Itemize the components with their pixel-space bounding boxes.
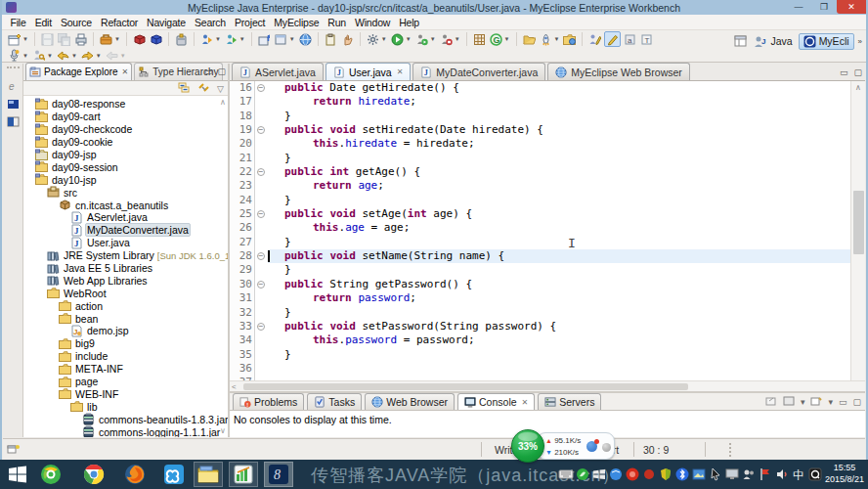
console-tab[interactable]: !Problems [233,393,304,410]
arrowgr-icon[interactable]: ▼ [105,48,127,64]
dropdown-icon[interactable]: ▾ [828,397,833,407]
scroll-up-icon[interactable]: ∧ [220,98,226,107]
minimize-view-icon[interactable]: ▭ [204,67,213,76]
flag-icon[interactable] [757,467,773,482]
fold-marker-icon[interactable]: − [255,81,268,95]
red-circle-icon[interactable] [624,467,640,482]
link-editor-icon[interactable] [197,82,210,95]
scrollbar-thumb[interactable] [243,383,688,390]
cube-red-icon[interactable] [132,31,147,47]
code-line[interactable]: 25−public void setAge(int age) { [230,207,865,221]
shield-icon[interactable] [657,467,673,482]
tree-item[interactable]: commons-logging-1.1.1.jar [23,425,228,437]
runperson2-icon[interactable]: ▼ [224,31,246,47]
360-safe-icon[interactable] [39,463,63,486]
tree-item[interactable]: Jdemo.jsp [23,325,228,337]
code-line[interactable]: 23return age; [230,179,865,193]
menu-edit[interactable]: Edit [30,16,56,29]
cube-blue-icon[interactable] [149,31,163,47]
minimize-button[interactable]: — [786,0,811,14]
menu-search[interactable]: Search [190,16,230,29]
scrollbar-thumb[interactable] [853,191,864,254]
scroll-left-icon[interactable]: < [232,382,237,391]
tree-item[interactable]: commons-beanutils-1.8.3.jar [23,413,228,425]
fold-marker-icon[interactable]: − [255,207,268,221]
code-line[interactable]: 26this.age = age; [230,221,865,235]
tree-item[interactable]: JMyDateConverter.java [23,224,228,237]
editor-vscrollbar[interactable]: ∧ [850,81,865,380]
menu-run[interactable]: Run [324,16,351,29]
editor-tab[interactable]: JAServlet.java [232,63,324,80]
tree-item[interactable]: Web App Libraries [23,274,228,287]
dropdown-icon[interactable]: ▾ [801,397,805,407]
myeclipse-taskbar-button[interactable]: 8 [264,462,293,487]
arrowyl-icon[interactable]: ▼ [56,48,78,64]
console-tab[interactable]: Servers [538,393,601,410]
archive-icon[interactable] [174,31,189,47]
code-line[interactable]: 18} [230,110,865,123]
start-button[interactable] [6,463,29,486]
code-line[interactable]: 32} [230,306,865,320]
tree-item[interactable]: day09-cookie [23,136,228,149]
save-icon[interactable] [40,31,55,47]
editor-hscrollbar[interactable]: < [230,380,865,391]
clip-icon[interactable] [324,31,338,47]
maximize-view-icon[interactable]: ▢ [217,67,226,76]
runuser-icon[interactable]: ▼ [414,31,437,47]
code-line[interactable]: 19−public void setHiredate(Date hiredate… [230,123,865,137]
close-tab-icon[interactable]: ✕ [522,398,529,407]
runperson-icon[interactable]: ▼ [199,31,222,47]
new-icon[interactable]: ▼ [7,31,29,47]
wizard-icon[interactable]: ▼ [99,31,121,47]
perspective-more[interactable]: » [858,37,862,46]
chrome-icon[interactable] [82,463,106,486]
code-line[interactable]: 34this.password = password; [230,333,865,347]
code-line[interactable]: 29} [230,263,865,277]
firefox-icon[interactable] [123,463,147,486]
run-icon[interactable]: ▼ [390,31,412,47]
code-line[interactable]: 28−public void setName(String name) { [230,249,865,263]
fastview-icon-1[interactable]: e [7,79,20,92]
tree-item[interactable]: big9 [23,337,228,350]
fold-marker-icon[interactable]: − [255,320,268,333]
togglepencil-icon[interactable] [604,31,621,47]
notification-icon[interactable] [586,441,597,452]
tree-item[interactable]: WEB-INF [23,387,228,400]
tree-item[interactable]: WebRoot [23,287,228,299]
tree-item[interactable]: day09-session [23,160,228,173]
rocket-icon[interactable]: ▼ [539,31,561,47]
code-line[interactable]: 24} [230,194,865,207]
fold-marker-icon[interactable]: − [255,249,268,263]
tree-item[interactable]: JAServlet.java [23,211,228,224]
tree-item[interactable]: lib [23,400,228,413]
menu-myeclipse[interactable]: MyEclipse [270,16,324,29]
taskbar-clock[interactable]: 15:55 2015/8/21 [823,462,866,485]
code-line[interactable]: 17return hiredate; [230,95,865,109]
file-explorer-button[interactable] [194,462,223,487]
code-line[interactable]: 35} [230,348,865,362]
tree-item[interactable]: bean [23,312,228,325]
code-line[interactable]: 33−public void setPassword(String passwo… [230,320,865,333]
menu-navigate[interactable]: Navigate [143,16,191,29]
fastview-icon-2[interactable] [7,97,20,110]
screen-recorder-button[interactable] [229,462,258,487]
close-tab-icon[interactable]: ✕ [397,67,404,76]
code-line[interactable]: 30−public String getPassword() { [230,278,865,291]
close-button[interactable]: ✕ [837,0,866,14]
tree-item[interactable]: META-INF [23,363,228,376]
open-perspective-button[interactable] [734,35,748,48]
fold-marker-icon[interactable]: − [255,123,268,137]
new-console-icon[interactable] [810,396,822,408]
monitor-icon[interactable] [723,467,740,482]
fold-marker-icon[interactable]: − [255,278,268,291]
windows-tray-icon[interactable] [590,467,607,482]
editor-tab[interactable]: JMyDateConverter.java [412,63,545,80]
people-icon[interactable] [740,467,757,482]
personkey-icon[interactable]: ▼ [31,48,54,64]
green-leaf-icon[interactable] [574,467,590,482]
editor-tab[interactable]: MyEclipse Web Browser [547,63,690,80]
stopuser-icon[interactable]: ▼ [439,31,461,47]
hand-icon[interactable] [340,31,355,47]
tree-item[interactable]: day09-jsp [23,149,228,161]
photo-icon[interactable] [690,467,707,482]
